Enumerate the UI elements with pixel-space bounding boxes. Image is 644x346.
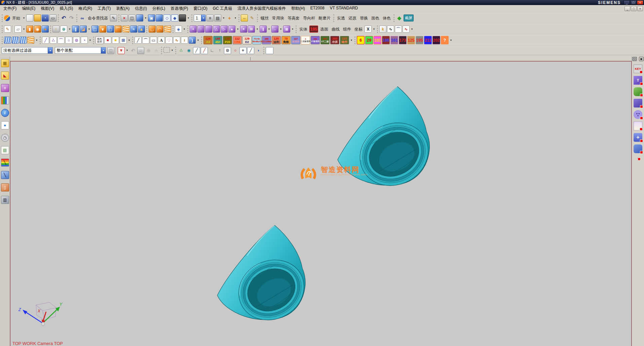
punch-template-button[interactable]: T [634, 76, 642, 85]
child-restore-button[interactable]: □ [631, 6, 637, 11]
mat-132-p20[interactable]: 132P20 [223, 36, 232, 44]
group-face-icon[interactable]: ▦ [283, 26, 290, 33]
menu-edit[interactable]: 编辑(E) [19, 5, 38, 12]
vertex-point-icon[interactable]: ↑ [216, 47, 223, 54]
sketch-caret[interactable]: ▾ [196, 37, 200, 44]
render-caret[interactable]: ▾ [187, 14, 190, 21]
curve-mesh-icon[interactable] [20, 37, 27, 44]
menu-assemblies[interactable]: 装配(A) [113, 5, 132, 12]
layer-6-button[interactable]: 6 [357, 36, 365, 44]
rectangle-icon[interactable]: ▭ [150, 37, 157, 44]
curve-button[interactable]: 曲线 [330, 26, 341, 33]
menu-view[interactable]: 视图(V) [38, 5, 57, 12]
command-finder-icon[interactable]: ∞ [79, 14, 86, 21]
pin-template-button[interactable]: + [634, 133, 642, 142]
hole-icon[interactable]: ● [42, 26, 49, 33]
x-dimension-icon[interactable]: X [365, 26, 372, 33]
replace-face-icon[interactable]: ▷ [221, 26, 228, 33]
mat-124-a3[interactable]: 124A3 [203, 36, 213, 44]
screw-button[interactable]: 螺丝 [259, 14, 270, 21]
snap-point-icon[interactable]: ∴ [178, 47, 185, 54]
mat-199-vt-biaozhunjian[interactable]: 199VT标准件 [311, 36, 320, 44]
close-window-icon[interactable]: × [121, 14, 128, 21]
layer-211-button[interactable]: 211 [424, 36, 432, 44]
snap-options-icon[interactable]: ◉ [185, 47, 192, 54]
face-analysis-icon[interactable] [179, 14, 186, 21]
display-mode-caret[interactable]: ▾ [144, 14, 147, 21]
wcs-display-icon[interactable]: + [226, 14, 233, 21]
surface-caret[interactable]: ▾ [35, 37, 38, 44]
layer-caret[interactable]: ▾ [222, 14, 225, 21]
selection-filter-icon[interactable]: ▼ [118, 47, 125, 54]
start-menu-button[interactable]: 开始 [11, 14, 22, 21]
nx-logo-icon[interactable] [4, 15, 10, 21]
collapse-panel-arrow[interactable]: ◂ [636, 156, 640, 160]
mat-140-45[interactable]: 14045# [213, 36, 222, 44]
general-select-icon[interactable]: ◎ [145, 47, 152, 54]
mold-layer-button[interactable]: 模具图层 [96, 36, 104, 44]
maximize-view-icon[interactable]: ▣ [639, 57, 644, 61]
menu-tools[interactable]: 工具(T) [95, 5, 113, 12]
insert-template-button[interactable] [634, 87, 642, 96]
layer-settings-icon[interactable]: ≡ [206, 14, 214, 21]
pull-face-icon[interactable]: ↑ [197, 26, 204, 33]
menu-format[interactable]: 格式(R) [76, 5, 95, 12]
scene-effects-icon[interactable]: ╲ [1, 171, 9, 179]
render-style-icon[interactable]: ◫ [128, 14, 136, 21]
mirror-caret[interactable]: ▾ [267, 26, 271, 33]
layer-161-button[interactable]: 161 [390, 36, 398, 44]
studio-wireframe-icon[interactable]: ◆ [171, 14, 178, 21]
bounding-body-icon[interactable]: ■ [112, 37, 119, 44]
layer-202-button[interactable]: 202 [432, 36, 440, 44]
unite-boolean-icon[interactable]: ⊕ [60, 26, 67, 33]
capture-icon[interactable]: ∩ [153, 47, 160, 54]
curve-tools-caret[interactable]: ▾ [88, 37, 92, 44]
select-face-button[interactable]: 选面 [319, 26, 330, 33]
component-button[interactable]: 组件 [342, 26, 352, 33]
texture-preview-icon[interactable] [632, 57, 637, 61]
dimension-caret[interactable]: ▾ [279, 26, 282, 33]
visualization-icon[interactable]: ╲ [1, 159, 9, 167]
offset-region-icon[interactable] [205, 26, 212, 33]
command-finder-button[interactable]: 命令查找器 [86, 14, 109, 21]
control-point-icon[interactable]: ∟ [209, 47, 216, 54]
copy-object-icon[interactable]: ⊞ [120, 37, 127, 44]
point-on-face-icon[interactable]: ◗ [255, 47, 262, 54]
section-caret[interactable]: ▾ [183, 26, 186, 33]
swivel-template-button[interactable] [634, 144, 642, 153]
touch-panel-icon[interactable]: ▥ [1, 196, 9, 204]
menu-help[interactable]: 帮助(H) [289, 5, 308, 12]
smooth-spline-icon[interactable]: ∿ [403, 26, 410, 33]
trim-body-icon[interactable]: ◪ [80, 26, 87, 33]
menu-et2008[interactable]: ET2008 [308, 5, 327, 12]
project-curve-icon[interactable]: ∿ [173, 37, 180, 44]
roles-icon[interactable]: ▯ [1, 183, 9, 191]
copy-face-icon[interactable]: ⊞ [248, 26, 255, 33]
point-on-curve-icon[interactable]: ╱ [247, 47, 254, 54]
wireframe-view-icon[interactable]: ◇ [163, 14, 171, 21]
menu-file[interactable]: 文件(F) [1, 5, 19, 12]
draft-icon[interactable]: ∨ [99, 26, 106, 33]
profile-arc-icon[interactable]: ⌒ [142, 37, 149, 44]
menu-window[interactable]: 窗口(O) [191, 5, 210, 12]
mat-1-erci-biaozhunjian[interactable]: 1二次标准件 [301, 36, 310, 44]
line-icon[interactable]: ╱ [42, 37, 49, 44]
linear-dimension-icon[interactable]: ↔ [271, 26, 278, 33]
arc-icon[interactable]: ⌒ [58, 37, 65, 44]
mat-207-vt2[interactable]: 207VT二标 [320, 36, 330, 44]
move-face-icon[interactable]: + [190, 26, 197, 33]
restore-button[interactable]: □ [630, 0, 637, 5]
mat-129-d2[interactable]: 129D2 [242, 36, 252, 44]
hd3d-tool-icon[interactable]: i [1, 109, 9, 117]
resize-caret[interactable]: ▾ [236, 26, 239, 33]
snap-to-solid-icon[interactable] [266, 47, 273, 54]
mat-112-cr8[interactable]: 112CR8 [233, 36, 242, 44]
studio-spline-icon[interactable]: ♡ [165, 37, 173, 44]
mirror-face-icon[interactable]: ∥ [260, 26, 267, 33]
material-caret[interactable]: ▾ [350, 37, 353, 44]
pattern-feature-icon[interactable]: ∥ [72, 26, 79, 33]
layer-186-button[interactable]: 186 [382, 36, 390, 44]
lasso-icon[interactable] [163, 47, 170, 53]
layer-visible-icon[interactable]: ▤ [214, 14, 221, 21]
graphics-window[interactable]: 智造资料网 INTELLIGENT MANUFACTURING DATA [10, 61, 632, 346]
